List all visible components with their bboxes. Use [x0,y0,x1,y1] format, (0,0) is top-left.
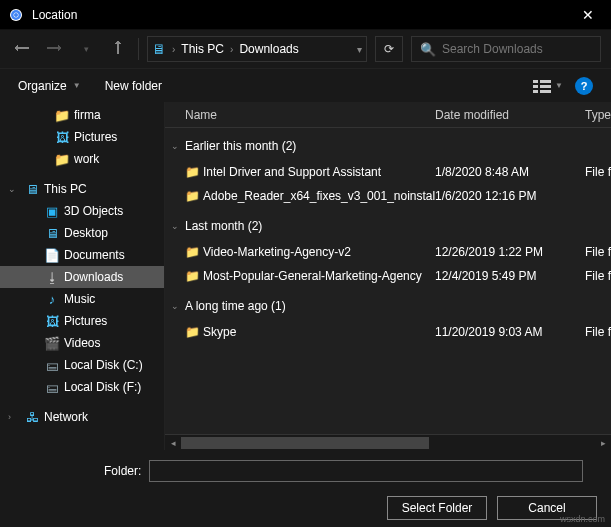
scrollbar-thumb[interactable] [181,437,429,449]
file-row[interactable]: 📁Most-Popular-General-Marketing-Agency12… [165,264,611,288]
close-button[interactable]: ✕ [565,0,611,30]
chevron-down-icon: ⌄ [171,141,179,151]
file-row[interactable]: 📁Video-Marketing-Agency-v212/26/2019 1:2… [165,240,611,264]
tree-item-3dobjects[interactable]: ▣3D Objects [0,200,164,222]
svg-rect-9 [540,90,551,93]
titlebar: Location ✕ [0,0,611,30]
tree-item-videos[interactable]: 🎬Videos [0,332,164,354]
breadcrumb[interactable]: 🖥 › This PC › Downloads ▾ [147,36,367,62]
downloads-icon: ⭳ [44,269,60,285]
chevron-down-icon[interactable]: ▾ [357,44,362,55]
folder-icon: 📁 [54,107,70,123]
select-folder-button[interactable]: Select Folder [387,496,487,520]
horizontal-scrollbar[interactable]: ◂ ▸ [165,434,611,450]
tree-item-documents[interactable]: 📄Documents [0,244,164,266]
tree-item-firma[interactable]: 📁firma [0,104,164,126]
folder-row: Folder: [104,460,597,482]
up-button[interactable]: 🠕 [106,37,130,61]
organize-label: Organize [18,79,67,93]
back-button[interactable]: 🠔 [10,37,34,61]
help-button[interactable]: ? [575,77,593,95]
main-area: 📁firma 🖼Pictures 📁work ⌄🖥This PC ▣3D Obj… [0,102,611,450]
separator [138,38,139,60]
tree-item-network[interactable]: ›🖧Network [0,406,164,428]
refresh-button[interactable]: ⟳ [375,36,403,62]
tree-item-music[interactable]: ♪Music [0,288,164,310]
chevron-down-icon: ⌄ [171,301,179,311]
svg-rect-8 [533,90,538,93]
pictures-icon: 🖼 [44,313,60,329]
folder-icon: 📁 [54,151,70,167]
chevron-down-icon: ▼ [555,81,563,90]
app-icon [8,7,24,23]
search-box[interactable]: 🔍 [411,36,601,62]
tree-item-work[interactable]: 📁work [0,148,164,170]
expand-icon[interactable]: › [8,412,20,422]
pictures-icon: 🖼 [54,129,70,145]
chevron-down-icon: ▼ [73,81,81,90]
svg-rect-6 [533,85,538,88]
folder-icon: 📁 [185,269,203,283]
scroll-left-icon[interactable]: ◂ [165,435,181,451]
column-type[interactable]: Type [585,108,611,122]
crumb-downloads[interactable]: Downloads [237,42,300,56]
group-header[interactable]: ⌄A long time ago (1) [165,292,611,320]
view-button[interactable]: ▼ [533,79,563,93]
search-input[interactable] [442,42,592,56]
file-row[interactable]: 📁Skype11/20/2019 9:03 AMFile f [165,320,611,344]
organize-button[interactable]: Organize ▼ [18,79,81,93]
search-icon: 🔍 [420,42,436,57]
group-header[interactable]: ⌄Earlier this month (2) [165,132,611,160]
tree-item-pictures[interactable]: 🖼Pictures [0,310,164,332]
collapse-icon[interactable]: ⌄ [8,184,20,194]
file-row[interactable]: 📁Adobe_Reader_x64_fixes_v3_001_noinstall… [165,184,611,208]
group-header[interactable]: ⌄Last month (2) [165,212,611,240]
pc-icon: 🖥 [152,41,166,57]
network-icon: 🖧 [24,409,40,425]
crumb-thispc[interactable]: This PC [179,42,226,56]
scrollbar-track[interactable] [181,435,595,451]
history-dropdown[interactable]: ▾ [74,37,98,61]
file-list[interactable]: ⌄Earlier this month (2) 📁Intel Driver an… [165,128,611,434]
tree-item-diskf[interactable]: 🖴Local Disk (F:) [0,376,164,398]
footer: Folder: Select Folder Cancel [0,450,611,527]
chevron-right-icon[interactable]: › [172,44,175,55]
disk-icon: 🖴 [44,379,60,395]
column-date[interactable]: Date modified [435,108,585,122]
toolbar: Organize ▼ New folder ▼ ? [0,68,611,102]
chevron-down-icon: ⌄ [171,221,179,231]
svg-rect-4 [533,80,538,83]
chevron-right-icon[interactable]: › [230,44,233,55]
pc-icon: 🖥 [24,181,40,197]
svg-point-3 [14,13,18,17]
navigation-tree[interactable]: 📁firma 🖼Pictures 📁work ⌄🖥This PC ▣3D Obj… [0,102,165,450]
disk-icon: 🖴 [44,357,60,373]
new-folder-button[interactable]: New folder [105,79,162,93]
desktop-icon: 🖥 [44,225,60,241]
navbar: 🠔 🠖 ▾ 🠕 🖥 › This PC › Downloads ▾ ⟳ 🔍 [0,30,611,68]
3d-icon: ▣ [44,203,60,219]
folder-icon: 📁 [185,189,203,203]
music-icon: ♪ [44,291,60,307]
folder-icon: 📁 [185,245,203,259]
window-title: Location [32,8,565,22]
svg-rect-7 [540,85,551,88]
folder-input[interactable] [149,460,583,482]
folder-label: Folder: [104,464,141,478]
tree-item-downloads[interactable]: ⭳Downloads [0,266,164,288]
tree-item-desktop[interactable]: 🖥Desktop [0,222,164,244]
column-headers[interactable]: Name Date modified Type [165,102,611,128]
videos-icon: 🎬 [44,335,60,351]
folder-icon: 📁 [185,165,203,179]
folder-icon: 📁 [185,325,203,339]
column-name[interactable]: Name [185,108,435,122]
forward-button[interactable]: 🠖 [42,37,66,61]
file-content: Name Date modified Type ⌄Earlier this mo… [165,102,611,450]
scroll-right-icon[interactable]: ▸ [595,435,611,451]
documents-icon: 📄 [44,247,60,263]
file-row[interactable]: 📁Intel Driver and Support Assistant1/8/2… [165,160,611,184]
tree-item-diskc[interactable]: 🖴Local Disk (C:) [0,354,164,376]
tree-item-thispc[interactable]: ⌄🖥This PC [0,178,164,200]
button-row: Select Folder Cancel [14,496,597,520]
tree-item-pictures[interactable]: 🖼Pictures [0,126,164,148]
